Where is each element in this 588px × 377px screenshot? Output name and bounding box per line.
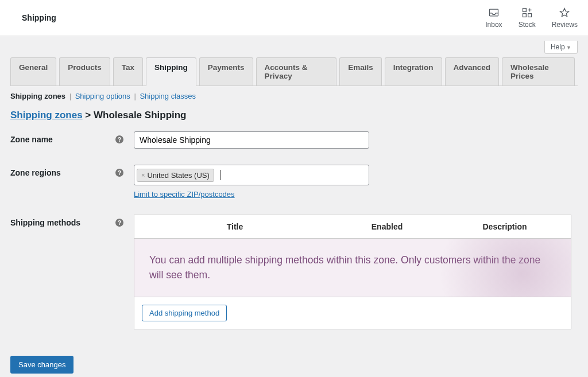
help-row: Help [0,36,588,54]
tab-products[interactable]: Products [59,57,110,85]
text-cursor [220,170,220,180]
tab-accounts[interactable]: Accounts & Privacy [256,57,337,85]
zone-regions-label: Zone regions ? [10,165,134,177]
shipping-methods-table: Title Enabled Description You can add mu… [134,215,571,329]
grid-add-icon [521,7,533,18]
tab-integration[interactable]: Integration [385,57,442,85]
stock-label: Stock [519,21,536,29]
top-bar: Shipping Inbox Stock Reviews [0,0,588,36]
shipping-methods-field: Title Enabled Description You can add mu… [134,215,571,329]
tab-payments[interactable]: Payments [199,57,253,85]
page-title: Shipping [22,13,56,22]
save-changes-button[interactable]: Save changes [10,356,74,374]
remove-region-icon[interactable]: × [141,172,145,178]
svg-rect-1 [523,9,526,12]
help-icon[interactable]: ? [115,219,123,227]
inbox-action[interactable]: Inbox [485,7,502,29]
breadcrumb-current: Wholesale Shipping [94,110,187,121]
subtab-options[interactable]: Shipping options [75,92,130,100]
help-icon[interactable]: ? [115,169,123,177]
zone-name-input[interactable] [134,131,369,149]
col-description: Description [439,222,571,231]
zone-name-label: Zone name ? [10,131,134,144]
settings-tabs: General Products Tax Shipping Payments A… [10,57,578,86]
svg-rect-0 [489,9,498,16]
region-tag[interactable]: × United States (US) [137,169,214,182]
subtab-classes[interactable]: Shipping classes [140,92,196,100]
col-title: Title [134,222,335,231]
breadcrumb-link[interactable]: Shipping zones [10,110,83,121]
help-icon[interactable]: ? [115,135,123,143]
tab-wholesale-prices[interactable]: Wholesale Prices [502,57,575,85]
inbox-label: Inbox [485,21,502,29]
svg-rect-2 [523,14,526,17]
stock-action[interactable]: Stock [519,7,536,29]
zone-name-field [134,131,369,149]
top-bar-actions: Inbox Stock Reviews [485,7,578,29]
subtab-zones[interactable]: Shipping zones [10,92,65,100]
help-button[interactable]: Help [544,41,578,54]
zip-postcodes-link[interactable]: Limit to specific ZIP/postcodes [134,190,235,199]
shipping-methods-label: Shipping methods ? [10,215,134,227]
zone-name-row: Zone name ? [10,131,578,149]
methods-footer: Add shipping method [134,297,571,329]
main-content: General Products Tax Shipping Payments A… [0,57,588,377]
inbox-icon [488,7,500,18]
reviews-label: Reviews [552,21,578,29]
tab-shipping[interactable]: Shipping [146,57,196,86]
tab-advanced[interactable]: Advanced [445,57,500,85]
svg-rect-3 [528,14,531,17]
methods-empty-message: You can add multiple shipping methods wi… [134,239,571,297]
star-icon [559,7,570,18]
zone-regions-input[interactable]: × United States (US) [134,165,369,185]
shipping-subtabs: Shipping zones | Shipping options | Ship… [10,86,578,106]
zone-regions-field: × United States (US) Limit to specific Z… [134,165,369,199]
methods-header: Title Enabled Description [134,215,571,239]
zone-regions-row: Zone regions ? × United States (US) Limi… [10,165,578,199]
shipping-methods-row: Shipping methods ? Title Enabled Descrip… [10,215,578,329]
tab-general[interactable]: General [10,57,56,85]
col-enabled: Enabled [335,222,439,231]
reviews-action[interactable]: Reviews [552,7,578,29]
tab-tax[interactable]: Tax [113,57,143,85]
region-tag-label: United States (US) [147,171,209,180]
tab-emails[interactable]: Emails [339,57,382,85]
add-shipping-method-button[interactable]: Add shipping method [142,305,227,321]
breadcrumb: Shipping zones > Wholesale Shipping [10,110,578,121]
